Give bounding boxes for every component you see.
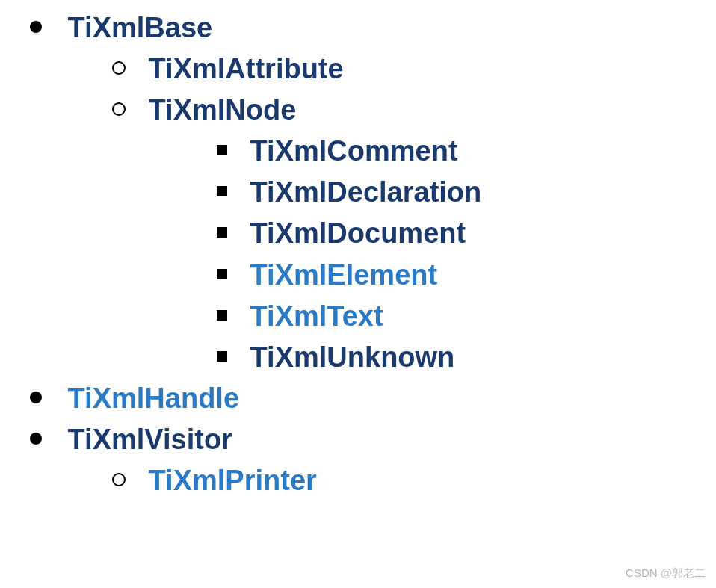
list-item: TiXmlAttribute: [97, 49, 701, 90]
list-item: TiXmlComment: [202, 131, 701, 172]
list-item: TiXmlNode TiXmlComment TiXmlDeclaration …: [97, 90, 701, 378]
list-item: TiXmlDocument: [202, 213, 701, 254]
list-item: TiXmlPrinter: [97, 460, 701, 501]
sublist: TiXmlPrinter: [97, 460, 701, 501]
link-tixmlattribute[interactable]: TiXmlAttribute: [149, 53, 344, 84]
list-item: TiXmlElement: [202, 255, 701, 296]
sublist: TiXmlComment TiXmlDeclaration TiXmlDocum…: [202, 131, 701, 378]
class-hierarchy-list: TiXmlBase TiXmlAttribute TiXmlNode TiXml…: [15, 7, 701, 501]
link-tixmlvisitor[interactable]: TiXmlVisitor: [68, 424, 232, 455]
link-tixmlbase[interactable]: TiXmlBase: [68, 12, 213, 43]
link-tixmlelement[interactable]: TiXmlElement: [250, 259, 438, 291]
list-item: TiXmlUnknown: [202, 337, 701, 378]
link-tixmlprinter[interactable]: TiXmlPrinter: [149, 465, 317, 496]
list-item: TiXmlText: [202, 296, 701, 337]
link-tixmlnode[interactable]: TiXmlNode: [149, 94, 297, 126]
list-item: TiXmlDeclaration: [202, 172, 701, 213]
list-item: TiXmlHandle: [15, 378, 701, 419]
watermark-text: CSDN @郭老二: [626, 566, 706, 581]
list-item: TiXmlBase TiXmlAttribute TiXmlNode TiXml…: [15, 7, 701, 378]
link-tixmlcomment[interactable]: TiXmlComment: [250, 135, 458, 167]
link-tixmldocument[interactable]: TiXmlDocument: [250, 217, 466, 249]
link-tixmldeclaration[interactable]: TiXmlDeclaration: [250, 176, 482, 208]
sublist: TiXmlAttribute TiXmlNode TiXmlComment Ti…: [97, 49, 701, 378]
list-item: TiXmlVisitor TiXmlPrinter: [15, 419, 701, 501]
link-tixmlunknown[interactable]: TiXmlUnknown: [250, 341, 455, 373]
link-tixmlhandle[interactable]: TiXmlHandle: [68, 383, 239, 414]
link-tixmltext[interactable]: TiXmlText: [250, 300, 383, 332]
